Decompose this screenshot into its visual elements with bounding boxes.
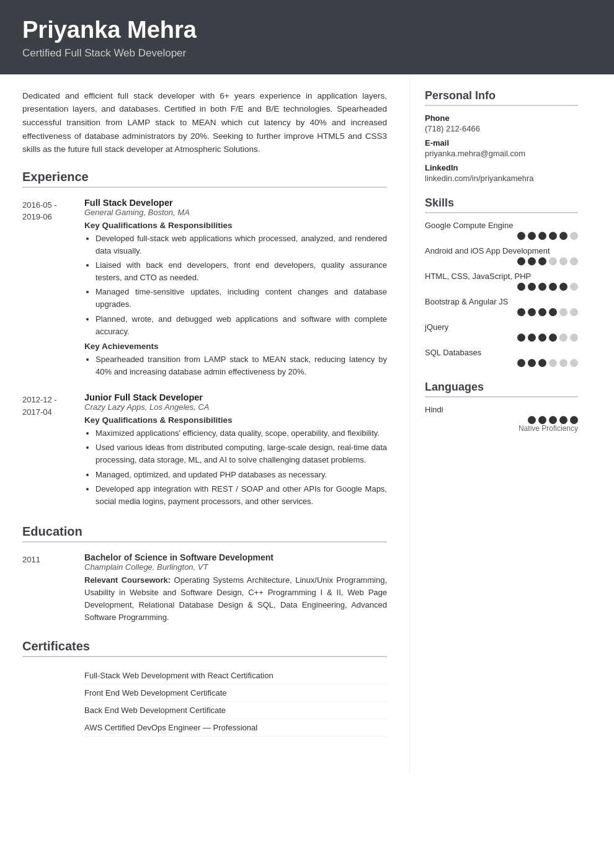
skill-dots [425, 257, 578, 265]
skill-dots [425, 283, 578, 291]
skills-list: Google Compute EngineAndroid and iOS App… [425, 221, 578, 367]
bullets-kqr-2: Maximized applications' efficiency, data… [84, 427, 387, 508]
edu-coursework-1: Relevant Coursework: Operating Systems A… [84, 574, 387, 624]
filled-dot [549, 416, 557, 424]
language-name: Hindi [425, 405, 578, 414]
certificates-section: Certificates Full-Stack Web Development … [22, 639, 387, 737]
edu-year-1: 2011 [22, 552, 84, 624]
education-entry-1: 2011 Bachelor of Science in Software Dev… [22, 552, 387, 624]
empty-dot [559, 359, 567, 367]
filled-dot [559, 283, 567, 291]
filled-dot [549, 334, 557, 342]
edu-content-1: Bachelor of Science in Software Developm… [84, 552, 387, 624]
experience-entry-2: 2012-12 -2017-04 Junior Full Stack Devel… [22, 392, 387, 510]
filled-dot [549, 308, 557, 316]
linkedin-label: LinkedIn [425, 163, 578, 172]
experience-entry-1: 2016-05 -2019-06 Full Stack Developer Ge… [22, 198, 387, 380]
empty-dot [570, 257, 578, 265]
empty-dot [570, 359, 578, 367]
entry-content-1: Full Stack Developer General Gaming, Bos… [84, 198, 387, 380]
experience-title: Experience [22, 170, 387, 188]
education-section: Education 2011 Bachelor of Science in So… [22, 525, 387, 624]
empty-dot [559, 257, 567, 265]
main-container: Dedicated and efficient full stack devel… [0, 74, 614, 774]
certificates-title: Certificates [22, 639, 387, 657]
left-column: Dedicated and efficient full stack devel… [0, 74, 409, 774]
cert-item-2: Front End Web Development Certificate [84, 684, 387, 702]
filled-dot [517, 359, 525, 367]
filled-dot [570, 416, 578, 424]
summary-text: Dedicated and efficient full stack devel… [22, 89, 387, 156]
filled-dot [517, 283, 525, 291]
subheading-ka-1: Key Achievements [84, 342, 387, 351]
filled-dot [538, 359, 546, 367]
skill-name: Bootstrap & Angular JS [425, 297, 578, 306]
company-2: Crazy Lazy Apps, Los Angeles, CA [84, 402, 387, 412]
edu-degree-1: Bachelor of Science in Software Developm… [84, 552, 387, 562]
bullet-item: Used various ideas from distributed comp… [96, 441, 387, 466]
personal-info-title: Personal Info [425, 89, 578, 106]
skill-name: HTML, CSS, JavaScript, PHP [425, 272, 578, 281]
filled-dot [528, 359, 536, 367]
languages-list: HindiNative Proficiency [425, 405, 578, 433]
phone-label: Phone [425, 113, 578, 123]
bullet-item: Developed full-stack web applications wh… [96, 232, 387, 257]
skill-name: SQL Databases [425, 348, 578, 357]
bullets-kqr-1: Developed full-stack web applications wh… [84, 232, 387, 338]
skill-name: Google Compute Engine [425, 221, 578, 230]
language-item: HindiNative Proficiency [425, 405, 578, 433]
email-label: E-mail [425, 138, 578, 148]
education-title: Education [22, 525, 387, 542]
bullet-item: Spearheaded transition from LAMP stack t… [96, 353, 387, 378]
cert-item-1: Full-Stack Web Development with React Ce… [84, 667, 387, 684]
languages-title: Languages [425, 381, 578, 397]
subheading-kqr-1: Key Qualifications & Responsibilities [84, 221, 387, 230]
filled-dot [538, 283, 546, 291]
job-title-1: Full Stack Developer [84, 198, 387, 208]
resume-header: Priyanka Mehra Certified Full Stack Web … [0, 0, 614, 74]
filled-dot [559, 416, 567, 424]
email-value: priyanka.mehra@gmail.com [425, 149, 578, 158]
skill-item: Android and iOS App Development [425, 246, 578, 265]
personal-info-section: Personal Info Phone (718) 212-6466 E-mai… [425, 89, 578, 183]
bullet-item: Managed time-sensitive updates, includin… [96, 286, 387, 311]
filled-dot [517, 257, 525, 265]
cert-item-4: AWS Certified DevOps Engineer — Professi… [84, 719, 387, 737]
skill-item: Bootstrap & Angular JS [425, 297, 578, 316]
entry-date-1: 2016-05 -2019-06 [22, 198, 84, 380]
candidate-name: Priyanka Mehra [22, 17, 592, 43]
edu-school-1: Champlain College, Burlington, VT [84, 562, 387, 572]
skill-item: SQL Databases [425, 348, 578, 367]
filled-dot [528, 308, 536, 316]
entry-date-2: 2012-12 -2017-04 [22, 392, 84, 510]
bullet-item: Liaised with back end developers, front … [96, 259, 387, 284]
empty-dot [570, 232, 578, 240]
filled-dot [528, 232, 536, 240]
bullets-ka-1: Spearheaded transition from LAMP stack t… [84, 353, 387, 378]
filled-dot [528, 416, 536, 424]
filled-dot [538, 334, 546, 342]
cert-item-3: Back End Web Development Certificate [84, 702, 387, 719]
candidate-title: Certified Full Stack Web Developer [22, 47, 592, 60]
filled-dot [528, 283, 536, 291]
right-column: Personal Info Phone (718) 212-6466 E-mai… [409, 74, 595, 774]
filled-dot [528, 257, 536, 265]
cert-list: Full-Stack Web Development with React Ce… [84, 667, 387, 737]
filled-dot [559, 232, 567, 240]
filled-dot [549, 283, 557, 291]
coursework-label: Relevant Coursework: [84, 575, 171, 585]
empty-dot [549, 257, 557, 265]
skill-name: Android and iOS App Development [425, 246, 578, 255]
skills-section: Skills Google Compute EngineAndroid and … [425, 197, 578, 367]
filled-dot [528, 334, 536, 342]
empty-dot [559, 308, 567, 316]
filled-dot [517, 334, 525, 342]
bullet-item: Developed app integration with REST / SO… [96, 483, 387, 508]
filled-dot [517, 232, 525, 240]
skill-item: Google Compute Engine [425, 221, 578, 240]
cert-content: Full-Stack Web Development with React Ce… [84, 667, 387, 737]
filled-dot [517, 308, 525, 316]
empty-dot [559, 334, 567, 342]
linkedin-value: linkedin.com/in/priyankamehra [425, 174, 578, 183]
filled-dot [538, 257, 546, 265]
